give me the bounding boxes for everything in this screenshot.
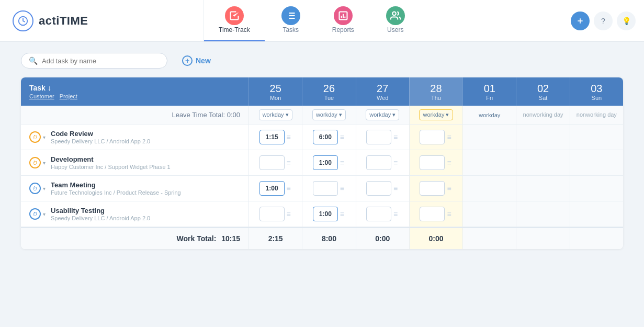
cell-menu-cr-thu[interactable]: ≡ [446, 133, 452, 141]
project-link[interactable]: Project [60, 93, 77, 99]
time-input-tm-wed[interactable] [366, 181, 391, 196]
day-col-26: 26 Tue [302, 77, 355, 106]
time-cell-tm-sun [570, 176, 623, 201]
cell-menu-ut-tue[interactable]: ≡ [339, 210, 345, 218]
tab-tasks[interactable]: Tasks [265, 0, 317, 41]
workday-dropdown-tue[interactable]: workday ▾ [312, 109, 346, 120]
lightbulb-button[interactable]: 💡 [617, 12, 636, 30]
cell-menu-tm-wed[interactable]: ≡ [392, 184, 399, 193]
time-cell-cr-thu[interactable]: ≡ [409, 125, 462, 150]
cell-menu-ut-wed[interactable]: ≡ [392, 210, 399, 218]
time-input-cr-mon[interactable] [259, 130, 285, 144]
workday-dropdown-thu[interactable]: workday ▾ [419, 109, 453, 120]
leave-cell-wed[interactable]: workday ▾ [356, 106, 409, 124]
cell-menu-dev-tue[interactable]: ≡ [339, 159, 345, 167]
time-cell-dev-wed[interactable]: ≡ [356, 150, 409, 175]
time-input-ut-thu[interactable] [420, 207, 445, 221]
time-input-cr-wed[interactable] [366, 130, 391, 144]
task-name-usability-testing: Usability Testing [51, 207, 150, 215]
time-input-ut-mon[interactable] [259, 207, 285, 221]
time-input-cr-thu[interactable] [420, 130, 445, 144]
workday-dropdown-wed[interactable]: workday ▾ [366, 109, 399, 120]
total-cell-sat [516, 228, 569, 249]
time-input-dev-thu[interactable] [420, 155, 445, 170]
time-input-tm-thu[interactable] [420, 181, 445, 196]
time-cell-tm-fri [462, 176, 516, 201]
search-input[interactable] [42, 57, 160, 65]
timer-chevron-team-meeting[interactable]: ▾ [43, 186, 46, 191]
toolbar: 🔍 + New [21, 52, 623, 69]
tab-reports[interactable]: Reports [317, 0, 369, 41]
cell-menu-tm-tue[interactable]: ≡ [339, 184, 345, 193]
tab-time-track[interactable]: Time-Track [204, 0, 265, 41]
time-cell-ut-wed[interactable]: ≡ [356, 201, 409, 227]
search-box[interactable]: 🔍 [21, 53, 167, 69]
time-cell-tm-wed[interactable]: ≡ [356, 176, 409, 201]
customer-link[interactable]: Customer [29, 93, 54, 99]
cell-menu-cr-mon[interactable]: ≡ [286, 133, 292, 141]
reports-icon [334, 6, 353, 25]
tab-reports-label: Reports [332, 26, 354, 33]
total-cell-thu: 0:00 [409, 228, 462, 249]
cell-menu-dev-wed[interactable]: ≡ [392, 159, 399, 167]
cell-menu-tm-mon[interactable]: ≡ [286, 184, 292, 193]
help-button[interactable]: ? [594, 12, 613, 30]
leave-cell-thu-today[interactable]: workday ▾ [409, 106, 462, 124]
task-label: Task ↓ [29, 84, 240, 92]
task-timer-team-meeting: ⏱ ▾ [29, 183, 46, 194]
task-row-development: ⏱ ▾ Development Happy Customer Inc / Sup… [21, 150, 623, 176]
cell-menu-ut-mon[interactable]: ≡ [286, 210, 292, 218]
time-cell-cr-sat [516, 125, 569, 150]
time-cell-tm-mon[interactable]: ≡ [248, 176, 302, 201]
time-cell-ut-mon[interactable]: ≡ [248, 201, 302, 227]
leave-cell-tue[interactable]: workday ▾ [302, 106, 355, 124]
time-cell-dev-tue[interactable]: ≡ [302, 150, 355, 175]
cell-menu-ut-thu[interactable]: ≡ [446, 210, 452, 218]
cell-menu-cr-tue[interactable]: ≡ [339, 133, 345, 141]
cell-menu-dev-thu[interactable]: ≡ [446, 159, 452, 167]
header: actiTIME Time-Track Tasks Reports Users [0, 0, 644, 42]
timer-chevron-development[interactable]: ▾ [43, 160, 46, 166]
time-cell-cr-fri [462, 125, 516, 150]
workday-text-sun: nonworking day [577, 111, 617, 118]
time-cell-dev-thu[interactable]: ≡ [409, 150, 462, 175]
day-col-01: 01 Fri [462, 77, 516, 106]
cell-menu-cr-wed[interactable]: ≡ [392, 133, 399, 141]
timer-chevron-code-review[interactable]: ▾ [43, 134, 46, 140]
task-info-code-review: ⏱ ▾ Code Review Speedy Delivery LLC / An… [21, 125, 248, 150]
time-cell-ut-sun [570, 201, 623, 227]
cell-menu-dev-mon[interactable]: ≡ [286, 159, 292, 167]
time-cell-cr-wed[interactable]: ≡ [356, 125, 409, 150]
nav-tabs: Time-Track Tasks Reports Users [204, 0, 562, 41]
time-input-tm-tue[interactable] [313, 181, 338, 196]
total-value: 10:15 [221, 234, 240, 243]
total-cell-fri [462, 228, 516, 249]
time-cell-ut-thu[interactable]: ≡ [409, 201, 462, 227]
task-row-usability-testing: ⏱ ▾ Usability Testing Speedy Delivery LL… [21, 201, 623, 227]
time-input-ut-wed[interactable] [366, 207, 391, 221]
workday-dropdown-mon[interactable]: workday ▾ [259, 109, 292, 120]
time-cell-ut-tue[interactable]: ≡ [302, 201, 355, 227]
time-input-dev-mon[interactable] [259, 155, 285, 170]
task-details-development: Development Happy Customer Inc / Support… [51, 155, 171, 170]
new-button[interactable]: + New [176, 52, 217, 69]
task-name-team-meeting: Team Meeting [51, 181, 181, 189]
time-cell-tm-thu[interactable]: ≡ [409, 176, 462, 201]
timer-chevron-usability-testing[interactable]: ▾ [43, 211, 46, 217]
time-cell-dev-mon[interactable]: ≡ [248, 150, 302, 175]
search-icon: 🔍 [29, 57, 38, 65]
time-input-tm-mon[interactable] [259, 181, 285, 196]
task-info-usability-testing: ⏱ ▾ Usability Testing Speedy Delivery LL… [21, 201, 248, 227]
tab-users[interactable]: Users [369, 0, 422, 41]
time-cell-tm-tue[interactable]: ≡ [302, 176, 355, 201]
time-input-cr-tue[interactable] [313, 130, 338, 144]
time-cell-cr-mon[interactable]: ≡ [248, 125, 302, 150]
add-button[interactable] [571, 12, 590, 30]
time-input-dev-wed[interactable] [366, 155, 391, 170]
time-input-ut-tue[interactable] [313, 207, 338, 221]
time-cell-cr-tue[interactable]: ≡ [302, 125, 355, 150]
cell-menu-tm-thu[interactable]: ≡ [446, 184, 452, 193]
leave-cell-mon[interactable]: workday ▾ [248, 106, 302, 124]
time-input-dev-tue[interactable] [313, 155, 338, 170]
workday-text-sat: nonworking day [523, 111, 563, 118]
